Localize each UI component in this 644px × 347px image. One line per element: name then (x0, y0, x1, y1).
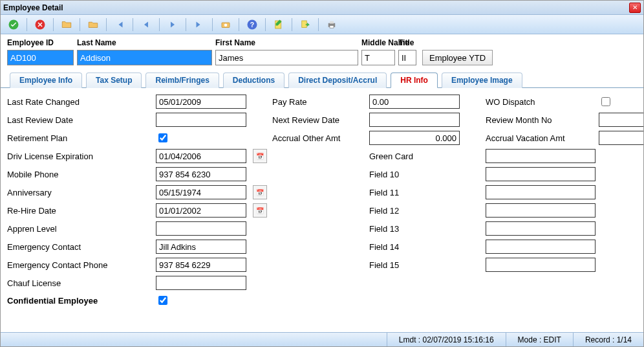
appren-level-input[interactable] (156, 221, 246, 236)
accrual-vacation-amt-input[interactable] (599, 131, 643, 145)
print-icon[interactable] (324, 17, 339, 32)
emergency-contact-phone-input[interactable] (156, 258, 246, 272)
export-icon[interactable] (297, 17, 313, 32)
field-11-input[interactable] (486, 185, 596, 199)
field-12-input[interactable] (486, 203, 596, 218)
next-review-date-input[interactable] (369, 113, 460, 127)
employee-detail-window: Employee Detail ✕ ? Employee ID (0, 0, 644, 347)
field-13-input[interactable] (486, 221, 596, 236)
label-field-11: Field 11 (369, 188, 453, 197)
tab-reimb-fringes[interactable]: Reimb/Fringes (145, 73, 219, 88)
rehire-date-picker-icon[interactable]: 📅 (253, 203, 267, 218)
label-field-10: Field 10 (369, 170, 453, 179)
employee-ytd-button[interactable]: Employee YTD (422, 50, 493, 65)
label-emergency-contact-phone: Emergency Contact Phone (7, 260, 156, 270)
label-first-name: First Name (215, 38, 361, 47)
field-10-input[interactable] (486, 167, 596, 181)
driv-date-picker-icon[interactable]: 📅 (253, 149, 267, 163)
tab-hr-info[interactable]: HR Info (391, 73, 438, 88)
label-chauf-license: Chauf License (7, 278, 156, 288)
label-last-rate-changed: Last Rate Changed (7, 97, 156, 107)
titlebar: Employee Detail ✕ (1, 1, 643, 15)
label-wo-dispatch: WO Dispatch (486, 97, 599, 107)
label-appren-level: Appren Level (7, 224, 156, 234)
label-field-14: Field 14 (369, 242, 453, 252)
rehire-date-input[interactable] (156, 203, 246, 218)
toolbar: ? (1, 15, 643, 34)
pay-rate-input[interactable] (369, 95, 460, 109)
label-pay-rate: Pay Rate (272, 97, 369, 107)
label-accrual-vacation-amt: Accrual Vacation Amt (486, 133, 599, 143)
label-field-15: Field 15 (369, 260, 453, 270)
last-review-date-input[interactable] (156, 113, 246, 127)
nav-next-icon[interactable] (165, 17, 180, 32)
svg-rect-9 (330, 21, 334, 23)
tab-deductions[interactable]: Deductions (223, 73, 284, 88)
wo-dispatch-checkbox[interactable] (601, 97, 610, 106)
anniversary-date-picker-icon[interactable]: 📅 (253, 185, 267, 199)
status-lmdt: Lmdt : 02/07/2019 15:16:16 (387, 333, 506, 346)
status-mode: Mode : EDIT (506, 333, 573, 346)
accept-icon[interactable] (6, 17, 21, 32)
title-input[interactable] (398, 50, 416, 65)
field-15-input[interactable] (486, 258, 596, 272)
tab-employee-image[interactable]: Employee Image (442, 73, 522, 88)
employee-id-input[interactable] (7, 50, 74, 65)
label-review-month-no: Review Month No (486, 115, 599, 125)
mobile-phone-input[interactable] (156, 167, 246, 181)
label-driv-license-exp: Driv License Expiration (7, 151, 156, 161)
label-field-12: Field 12 (369, 206, 453, 216)
middle-name-input[interactable] (361, 50, 395, 65)
close-button[interactable]: ✕ (629, 3, 641, 13)
label-retirement-plan: Retirement Plan (7, 133, 156, 143)
label-accrual-other-amt: Accrual Other Amt (272, 133, 369, 143)
status-bar: Lmdt : 02/07/2019 15:16:16 Mode : EDIT R… (1, 332, 643, 346)
svg-rect-10 (330, 25, 334, 28)
camera-icon[interactable] (218, 17, 233, 32)
nav-prev-icon[interactable] (138, 17, 154, 32)
tab-employee-info[interactable]: Employee Info (10, 73, 82, 88)
cancel-icon[interactable] (32, 17, 48, 32)
label-mobile-phone: Mobile Phone (7, 170, 156, 179)
label-next-review-date: Next Review Date (272, 115, 369, 125)
driv-license-exp-input[interactable] (156, 149, 246, 163)
review-month-no-input[interactable] (599, 113, 643, 127)
hr-info-form: Last Rate Changed Pay Rate WO Dispatch L… (1, 88, 643, 332)
emergency-contact-input[interactable] (156, 240, 246, 254)
confidential-employee-checkbox[interactable] (158, 296, 167, 305)
field-14-input[interactable] (486, 240, 596, 254)
status-record: Record : 1/14 (573, 333, 643, 346)
folder-icon[interactable] (85, 17, 101, 32)
nav-first-icon[interactable] (112, 17, 127, 32)
label-field-13: Field 13 (369, 224, 453, 234)
last-name-input[interactable] (77, 50, 212, 65)
label-title: Title (398, 38, 422, 47)
edit-icon[interactable] (271, 17, 286, 32)
label-confidential-employee: Confidential Employee (7, 296, 156, 306)
tab-bar: Employee Info Tax Setup Reimb/Fringes De… (1, 67, 643, 88)
chauf-license-input[interactable] (156, 276, 246, 290)
svg-point-3 (224, 23, 228, 27)
label-middle-name: Middle Name (361, 38, 398, 47)
help-icon[interactable]: ? (244, 17, 260, 32)
last-rate-changed-input[interactable] (156, 95, 246, 109)
retirement-plan-checkbox[interactable] (158, 133, 167, 142)
accrual-other-amt-input[interactable] (369, 131, 460, 145)
green-card-input[interactable] (486, 149, 596, 163)
tab-tax-setup[interactable]: Tax Setup (86, 73, 142, 88)
window-title: Employee Detail (3, 3, 63, 12)
label-last-name: Last Name (77, 38, 215, 47)
label-last-review-date: Last Review Date (7, 115, 156, 125)
header-fields: Employee ID Last Name First Name Middle … (1, 34, 643, 67)
label-anniversary: Anniversary (7, 188, 156, 197)
anniversary-input[interactable] (156, 185, 246, 199)
label-rehire-date: Re-Hire Date (7, 206, 156, 216)
svg-text:?: ? (250, 20, 254, 28)
tab-direct-deposit[interactable]: Direct Deposit/Accrul (288, 73, 387, 88)
first-name-input[interactable] (215, 50, 358, 65)
label-emergency-contact: Emergency Contact (7, 242, 156, 252)
label-green-card: Green Card (369, 151, 453, 161)
folder-open-icon[interactable] (59, 17, 74, 32)
nav-last-icon[interactable] (191, 17, 207, 32)
label-employee-id: Employee ID (7, 38, 77, 47)
